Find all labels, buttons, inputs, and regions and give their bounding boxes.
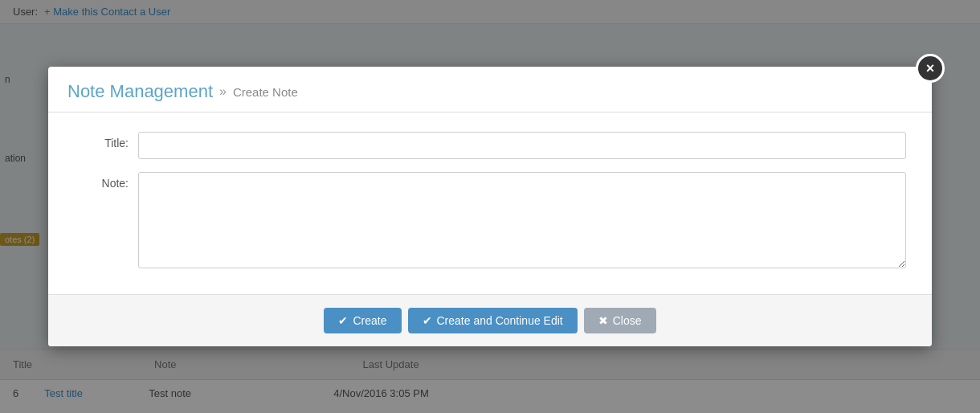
modal-body: Title: Note:	[48, 112, 932, 294]
modal-overlay: × Note Management » Create Note Title: N…	[0, 0, 980, 413]
title-label: Title:	[74, 132, 138, 149]
title-input[interactable]	[138, 132, 906, 159]
create-continue-check-icon: ✔	[423, 314, 432, 327]
create-and-continue-edit-button[interactable]: ✔ Create and Continue Edit	[408, 308, 578, 333]
create-continue-button-label: Create and Continue Edit	[437, 314, 563, 327]
breadcrumb-sub: Create Note	[233, 85, 298, 99]
modal-dialog: × Note Management » Create Note Title: N…	[48, 67, 932, 346]
modal-footer: ✔ Create ✔ Create and Continue Edit ✖ Cl…	[48, 294, 932, 346]
title-form-row: Title:	[74, 132, 906, 159]
close-button[interactable]: ✖ Close	[584, 308, 656, 333]
modal-title-area: Note Management » Create Note	[67, 81, 913, 102]
create-check-icon: ✔	[338, 314, 348, 327]
close-times-icon: ✖	[598, 314, 608, 327]
create-button[interactable]: ✔ Create	[324, 308, 401, 333]
breadcrumb-separator: »	[219, 84, 227, 99]
modal-title-main: Note Management	[67, 81, 213, 102]
modal-header: Note Management » Create Note	[48, 67, 932, 112]
note-textarea[interactable]	[138, 172, 906, 268]
note-form-row: Note:	[74, 172, 906, 268]
modal-close-x-button[interactable]: ×	[916, 54, 945, 83]
create-button-label: Create	[353, 314, 386, 327]
note-label: Note:	[74, 172, 138, 190]
close-button-label: Close	[613, 314, 642, 327]
